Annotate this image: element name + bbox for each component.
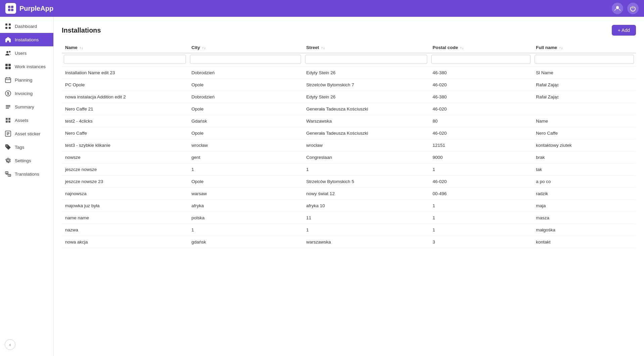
table-row[interactable]: jeszcze nowsze 23OpoleStrzelców Bytomski…: [62, 176, 636, 188]
cell-street: Strzelców Bytomskich 7: [303, 79, 429, 91]
cell-city: Dobrodzień: [188, 67, 303, 79]
svg-rect-6: [9, 24, 11, 26]
table-row[interactable]: nowszegentCongreslaan9000brak: [62, 151, 636, 164]
col-header-postal_code[interactable]: Postal code ↑↓: [429, 42, 533, 53]
table-row[interactable]: nowa instalacja Addition edit 2Dobrodzie…: [62, 91, 636, 103]
filter-cell-city: [188, 53, 303, 67]
sidebar-label-work-instances: Work instances: [15, 64, 46, 69]
invoicing-icon: $: [5, 90, 11, 97]
cell-name: jeszcze nowsze 23: [62, 176, 188, 188]
svg-text:$: $: [7, 91, 9, 95]
table-row[interactable]: Installation Name edit 23DobrodzieńEdyty…: [62, 67, 636, 79]
add-button[interactable]: + Add: [612, 25, 636, 36]
cell-street: Edyty Stein 26: [303, 67, 429, 79]
cell-postal_code: 1: [429, 164, 533, 176]
cell-name: jeszcze nowsze: [62, 164, 188, 176]
table-row[interactable]: test2 - 4clicksGdańskWarszawska80Name: [62, 115, 636, 127]
cell-name: test2 - 4clicks: [62, 115, 188, 127]
app-layout: Dashboard Installations Users Work insta…: [0, 17, 644, 356]
cell-postal_code: 46-020: [429, 79, 533, 91]
filter-input-street[interactable]: [305, 55, 427, 64]
sidebar-item-assets[interactable]: Assets: [0, 114, 53, 127]
sidebar-item-summary[interactable]: Summary: [0, 100, 53, 114]
sidebar-label-users: Users: [15, 51, 27, 56]
sidebar-item-invoicing[interactable]: $ Invoicing: [0, 87, 53, 100]
installations-table: Name ↑↓City ↑↓Street ↑↓Postal code ↑↓Ful…: [62, 42, 636, 248]
cell-name: test3 - szybkie klikanie: [62, 139, 188, 151]
cell-street: wrocław: [303, 139, 429, 151]
col-header-street[interactable]: Street ↑↓: [303, 42, 429, 53]
svg-point-9: [6, 51, 8, 53]
filter-input-name[interactable]: [64, 55, 186, 64]
svg-rect-18: [6, 105, 10, 106]
cell-city: warsaw: [188, 188, 303, 200]
table-row[interactable]: jeszcze nowsze111tak: [62, 164, 636, 176]
col-label-postal_code: Postal code: [433, 45, 458, 50]
asset-sticker-icon: [5, 130, 11, 137]
svg-point-4: [616, 6, 619, 9]
table-row[interactable]: PC OpoleOpoleStrzelców Bytomskich 746-02…: [62, 79, 636, 91]
cell-street: Generała Tadeusza Kościuszki: [303, 103, 429, 115]
cell-name: Installation Name edit 23: [62, 67, 188, 79]
sidebar-label-assets: Assets: [15, 118, 29, 123]
sort-arrows-full_name: ↑↓: [558, 46, 563, 50]
filter-input-city[interactable]: [190, 55, 301, 64]
table-row[interactable]: nowa akcjagdańskwarszawska3kontakt: [62, 236, 636, 248]
cell-name: nazwa: [62, 224, 188, 236]
sidebar-item-work-instances[interactable]: Work instances: [0, 60, 53, 73]
sidebar-bottom: ‹: [0, 336, 53, 353]
cell-name: Nero Caffe: [62, 127, 188, 139]
table-body: Installation Name edit 23DobrodzieńEdyty…: [62, 67, 636, 248]
cell-name: nowa akcja: [62, 236, 188, 248]
svg-rect-1: [11, 6, 13, 8]
cell-city: 1: [188, 164, 303, 176]
table-row[interactable]: najnowszawarsawnowy świat 1200-496radzik: [62, 188, 636, 200]
col-label-name: Name: [65, 45, 78, 50]
cell-full_name: Rafał Zając: [533, 91, 636, 103]
table-row[interactable]: Nero CaffeOpoleGenerała Tadeusza Kościus…: [62, 127, 636, 139]
cell-postal_code: 12151: [429, 139, 533, 151]
dashboard-icon: [5, 23, 11, 30]
sidebar-collapse-button[interactable]: ‹: [5, 339, 15, 350]
cell-postal_code: 9000: [429, 151, 533, 164]
col-header-full_name[interactable]: Full name ↑↓: [533, 42, 636, 53]
cell-postal_code: 00-496: [429, 188, 533, 200]
svg-rect-7: [5, 27, 7, 29]
sidebar-item-translations[interactable]: A文 Translations: [0, 167, 53, 181]
svg-rect-13: [5, 67, 8, 69]
sidebar-item-users[interactable]: Users: [0, 46, 53, 60]
filter-cell-postal_code: [429, 53, 533, 67]
col-header-city[interactable]: City ↑↓: [188, 42, 303, 53]
sidebar-item-installations[interactable]: Installations: [0, 33, 53, 46]
cell-city: wrocław: [188, 139, 303, 151]
svg-text:A: A: [6, 172, 8, 174]
topbar-right: [612, 3, 639, 14]
sidebar-item-settings[interactable]: Settings: [0, 154, 53, 167]
table-row[interactable]: nazwa111małgośka: [62, 224, 636, 236]
svg-rect-12: [8, 64, 11, 66]
cell-city: Opole: [188, 127, 303, 139]
table-row[interactable]: Nero Caffe 21OpoleGenerała Tadeusza Kośc…: [62, 103, 636, 115]
cell-street: Generała Tadeusza Kościuszki: [303, 127, 429, 139]
profile-button[interactable]: [612, 3, 623, 14]
cell-postal_code: 46-020: [429, 176, 533, 188]
filter-input-full_name[interactable]: [535, 55, 634, 64]
sidebar-item-asset-sticker[interactable]: Asset sticker: [0, 127, 53, 140]
cell-postal_code: 1: [429, 224, 533, 236]
cell-street: 1: [303, 224, 429, 236]
sidebar-item-tags[interactable]: Tags: [0, 140, 53, 154]
cell-postal_code: 46-020: [429, 103, 533, 115]
table-row[interactable]: name namepolska111masza: [62, 212, 636, 224]
sidebar-item-planning[interactable]: Planning: [0, 73, 53, 87]
svg-rect-14: [8, 67, 11, 69]
table-row[interactable]: majowka juz byłaafrykaafryka 101maja: [62, 200, 636, 212]
power-button[interactable]: [627, 3, 639, 14]
sidebar-item-dashboard[interactable]: Dashboard: [0, 19, 53, 33]
table-row[interactable]: test3 - szybkie klikaniewrocławwrocław12…: [62, 139, 636, 151]
cell-postal_code: 1: [429, 212, 533, 224]
cell-full_name: Sl Name: [533, 67, 636, 79]
cell-street: Warszawska: [303, 115, 429, 127]
col-header-name[interactable]: Name ↑↓: [62, 42, 188, 53]
filter-input-postal_code[interactable]: [431, 55, 531, 64]
installations-table-wrap: Name ↑↓City ↑↓Street ↑↓Postal code ↑↓Ful…: [62, 42, 636, 248]
